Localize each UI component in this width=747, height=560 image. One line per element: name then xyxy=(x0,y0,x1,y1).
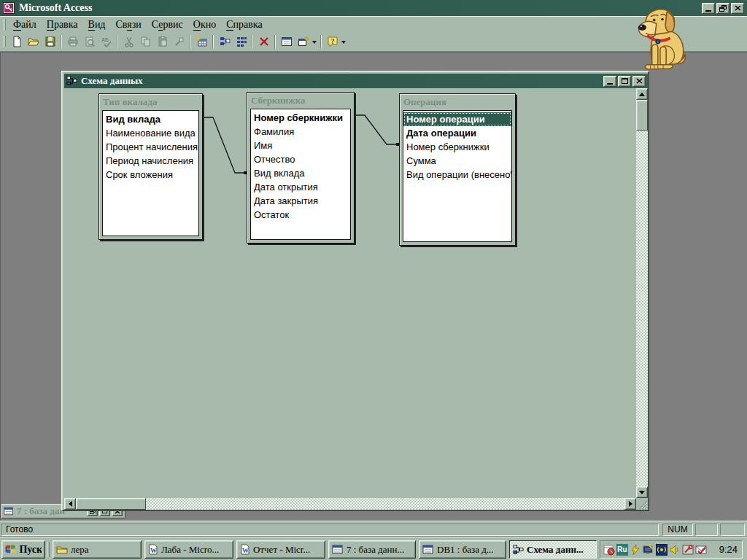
field-row[interactable]: Дата закрытия xyxy=(251,194,350,208)
field-row[interactable]: Отчество xyxy=(251,152,350,166)
print-preview-button xyxy=(81,34,98,50)
direct-relationships-icon xyxy=(219,36,231,47)
rel-minimize-button[interactable] xyxy=(603,76,616,87)
field-row[interactable]: Вид вклада xyxy=(103,112,198,126)
toolbar-grip[interactable] xyxy=(4,36,6,47)
taskbar: Пуск лера W Лаба - Micro... W Отчет - Mi… xyxy=(0,537,747,560)
task-access-7[interactable]: 7 : база данн... xyxy=(328,540,416,559)
svg-text:АБ: АБ xyxy=(101,37,109,42)
database-window-button[interactable] xyxy=(278,34,295,50)
field-row[interactable]: Сумма xyxy=(403,154,511,168)
clear-layout-button[interactable] xyxy=(255,34,272,50)
task-folder-lera[interactable]: лера xyxy=(53,540,142,559)
menubar: Файл Правка Вид Связи Сервис Окно Справк… xyxy=(0,16,747,32)
table-tip-vklada[interactable]: Тип вкалада Вид вклада Наименование вида… xyxy=(98,93,203,240)
tray-clock[interactable]: 9:24 xyxy=(719,544,738,555)
lightning-icon[interactable] xyxy=(630,544,641,556)
horizontal-scrollbar[interactable] xyxy=(64,498,636,510)
database-window-icon xyxy=(281,36,293,47)
scroll-right-button[interactable] xyxy=(624,498,636,510)
tools-icon[interactable] xyxy=(682,544,694,556)
menu-file[interactable]: Файл xyxy=(8,18,42,32)
minimize-button[interactable] xyxy=(702,3,715,14)
task-word-otchet[interactable]: W Отчет - Micr... xyxy=(236,540,325,559)
field-row[interactable]: Период начисления xyxy=(103,154,198,168)
start-button[interactable]: Пуск xyxy=(1,540,45,559)
menubar-grip[interactable] xyxy=(4,19,6,31)
paste-button xyxy=(154,34,171,50)
close-button[interactable] xyxy=(731,3,744,14)
field-row[interactable]: Номер сберкнижки xyxy=(251,111,350,125)
scroll-left-button[interactable] xyxy=(64,498,76,510)
field-row[interactable]: Наименование вида xyxy=(103,126,198,140)
field-row[interactable]: Дата открытия xyxy=(251,180,350,194)
statusbar: Готово NUM xyxy=(0,521,747,537)
resize-grip[interactable] xyxy=(636,498,648,510)
field-row[interactable]: Вид вклада xyxy=(251,166,350,180)
relationships-titlebar[interactable]: Схема данных xyxy=(64,74,648,88)
status-panel-empty xyxy=(720,524,745,536)
field-row[interactable]: Фамилия xyxy=(251,125,350,139)
restore-button[interactable] xyxy=(716,3,729,14)
taskbar-grip[interactable] xyxy=(47,542,50,557)
menu-relationships[interactable]: Связи xyxy=(111,18,147,32)
open-button[interactable] xyxy=(25,34,42,50)
new-object-dropdown-icon[interactable] xyxy=(312,41,317,46)
task-label: 7 : база данн... xyxy=(347,544,404,556)
new-button[interactable] xyxy=(8,34,25,50)
direct-relationships-button[interactable] xyxy=(216,34,233,50)
all-relationships-button[interactable] xyxy=(233,34,249,50)
field-row[interactable]: Вид операции (внесено\сн xyxy=(403,168,511,182)
field-row[interactable]: Номер сберкнижки xyxy=(403,140,511,154)
menu-help[interactable]: Справка xyxy=(221,18,267,32)
help-button[interactable]: ? xyxy=(324,34,341,50)
task-word-laba[interactable]: W Лаба - Micro... xyxy=(144,540,233,559)
field-row-selected[interactable]: Номер операции xyxy=(403,112,511,126)
field-row[interactable]: Имя xyxy=(251,139,350,152)
relationships-icon xyxy=(66,76,77,86)
close-icon xyxy=(735,5,741,11)
table-sberknizhka[interactable]: Сберкнижка Номер сберкнижки Фамилия Имя … xyxy=(247,92,355,244)
cut-icon xyxy=(123,36,135,47)
display-icon[interactable] xyxy=(643,544,654,556)
relationships-icon xyxy=(513,545,524,555)
menu-tools[interactable]: Сервис xyxy=(147,18,188,32)
office-assistant-dog[interactable] xyxy=(638,7,686,70)
scroll-down-button[interactable] xyxy=(636,486,648,498)
vertical-scroll-thumb[interactable] xyxy=(636,100,648,131)
menu-view[interactable]: Вид xyxy=(83,18,111,32)
access-app-icon[interactable] xyxy=(3,2,15,14)
app-title: Microsoft Access xyxy=(19,2,702,14)
menu-window[interactable]: Окно xyxy=(188,18,221,32)
field-row[interactable]: Остаток xyxy=(251,208,350,222)
table-operaciya[interactable]: Операция Номер операции Дата операции Но… xyxy=(399,93,516,246)
show-table-button[interactable] xyxy=(193,34,210,50)
horizontal-scroll-thumb[interactable] xyxy=(76,498,146,510)
table-title[interactable]: Тип вкалада xyxy=(99,94,202,109)
save-button[interactable] xyxy=(42,34,58,50)
task-access-db1[interactable]: DB1 : база д... xyxy=(419,540,506,559)
volume-icon[interactable] xyxy=(669,544,681,556)
table-title[interactable]: Сберкнижка xyxy=(247,93,354,108)
table-title[interactable]: Операция xyxy=(400,94,515,109)
task-relationships-active[interactable]: Схема данн... xyxy=(509,540,597,559)
menu-edit[interactable]: Правка xyxy=(42,18,83,32)
status-panel-empty xyxy=(695,524,718,536)
field-row[interactable]: Дата операции xyxy=(403,126,511,140)
scroll-up-button[interactable] xyxy=(636,88,648,100)
access-db-icon xyxy=(332,545,344,555)
scheduler-icon[interactable] xyxy=(603,544,615,556)
field-list: Номер операции Дата операции Номер сберк… xyxy=(403,110,512,242)
new-object-button[interactable] xyxy=(295,34,311,50)
language-indicator[interactable]: Ru xyxy=(616,544,628,556)
signal-icon[interactable] xyxy=(656,544,667,556)
field-row[interactable]: Процент начисления xyxy=(103,140,198,154)
help-dropdown-icon[interactable] xyxy=(341,41,346,46)
rel-maximize-button[interactable] xyxy=(618,76,631,87)
rel-close-button[interactable] xyxy=(632,76,646,87)
relationships-canvas[interactable]: Тип вкалада Вид вклада Наименование вида… xyxy=(64,88,636,498)
vertical-scrollbar[interactable] xyxy=(636,88,648,498)
field-row[interactable]: Срок вложения xyxy=(103,168,198,182)
mail-icon[interactable] xyxy=(695,544,707,556)
word-icon: W xyxy=(240,544,250,555)
